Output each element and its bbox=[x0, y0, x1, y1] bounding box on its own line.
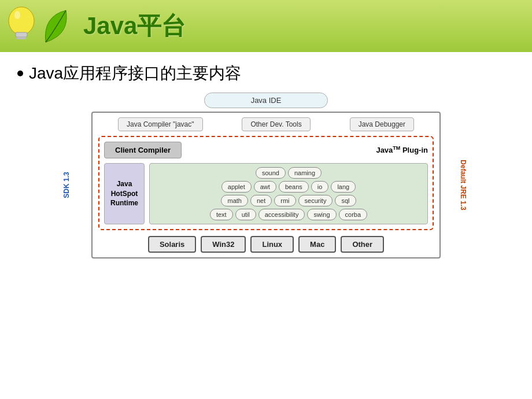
leaf-icon bbox=[40, 5, 72, 48]
api-accessibility: accessibility bbox=[258, 209, 305, 220]
api-naming: naming bbox=[288, 167, 322, 179]
svg-point-0 bbox=[9, 7, 34, 35]
tools-row: Java Compiler "javac" Other Dev. Tools J… bbox=[98, 117, 434, 131]
api-sql: sql bbox=[335, 195, 356, 206]
compiler-row: Client Compiler JavaTM Plug-in bbox=[104, 142, 428, 158]
platform-mac: Mac bbox=[298, 236, 336, 253]
header: Java平台 bbox=[0, 0, 532, 52]
bullet-title: Java应用程序接口的主要内容 bbox=[17, 62, 515, 84]
api-grid: sound naming applet awt beans io lang bbox=[149, 163, 428, 224]
hotspot-label: JavaHotSpotRuntime bbox=[104, 163, 145, 224]
api-net: net bbox=[250, 195, 272, 206]
api-applet: applet bbox=[221, 181, 252, 193]
api-row-4: text util accessibility swing corba bbox=[153, 209, 424, 220]
jre-label: Default JRE 1.3 bbox=[459, 160, 467, 210]
platform-row: Solaris Win32 Linux Mac Other bbox=[98, 236, 434, 253]
api-row-2: applet awt beans io lang bbox=[153, 181, 424, 193]
svg-rect-2 bbox=[17, 37, 26, 39]
bulb-icon bbox=[6, 5, 38, 48]
client-compiler: Client Compiler bbox=[104, 142, 182, 158]
platform-solaris: Solaris bbox=[148, 236, 196, 253]
bullet-dot bbox=[17, 71, 23, 76]
api-beans: beans bbox=[279, 181, 309, 193]
api-sound: sound bbox=[256, 167, 286, 179]
api-corba: corba bbox=[339, 209, 368, 220]
tool-devtools: Other Dev. Tools bbox=[242, 117, 310, 131]
api-text: text bbox=[210, 209, 233, 220]
main-area: JavaHotSpotRuntime sound naming applet bbox=[104, 163, 428, 224]
sdk-label: SDK 1.3 bbox=[62, 172, 71, 198]
outer-wrapper: SDK 1.3 Default JRE 1.3 Java Compiler "j… bbox=[69, 112, 463, 258]
java-ide-row: Java IDE bbox=[69, 93, 463, 108]
page-title: Java平台 bbox=[83, 10, 186, 42]
api-util: util bbox=[235, 209, 256, 220]
api-awt: awt bbox=[254, 181, 276, 193]
api-rmi: rmi bbox=[274, 195, 295, 206]
api-io: io bbox=[311, 181, 329, 193]
plugin-label: JavaTM Plug-in bbox=[376, 145, 428, 154]
svg-point-3 bbox=[14, 11, 20, 19]
inner-box: Client Compiler JavaTM Plug-in JavaHotSp… bbox=[98, 136, 434, 230]
platform-win32: Win32 bbox=[201, 236, 246, 253]
outer-box: Java Compiler "javac" Other Dev. Tools J… bbox=[91, 112, 441, 258]
api-row-1: sound naming bbox=[153, 167, 424, 179]
svg-rect-1 bbox=[16, 32, 27, 37]
api-security: security bbox=[298, 195, 333, 206]
api-row-3: math net rmi security sql bbox=[153, 195, 424, 206]
platform-other: Other bbox=[341, 236, 384, 253]
api-swing: swing bbox=[307, 209, 336, 220]
tool-debugger: Java Debugger bbox=[350, 117, 414, 131]
java-ide-box: Java IDE bbox=[204, 93, 328, 108]
bullet-text: Java应用程序接口的主要内容 bbox=[29, 62, 241, 84]
tool-compiler: Java Compiler "javac" bbox=[118, 117, 203, 131]
platform-linux: Linux bbox=[250, 236, 294, 253]
content-area: Java应用程序接口的主要内容 Java IDE SDK 1.3 Default… bbox=[0, 52, 532, 264]
api-math: math bbox=[221, 195, 247, 206]
diagram: Java IDE SDK 1.3 Default JRE 1.3 Java Co… bbox=[69, 93, 463, 258]
api-lang: lang bbox=[331, 181, 356, 193]
header-icons bbox=[6, 5, 72, 48]
